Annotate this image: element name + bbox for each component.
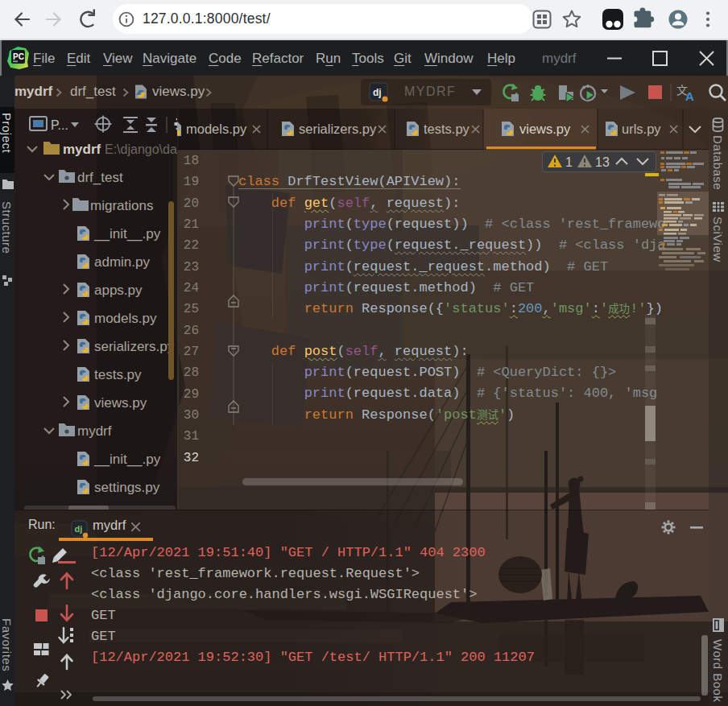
svg-text:urls.py: urls.py [622, 122, 661, 136]
svg-text:A: A [685, 89, 694, 103]
svg-text:tests.py: tests.py [94, 367, 142, 382]
svg-text:tests.py: tests.py [424, 122, 470, 136]
svg-text:serializers.py: serializers.py [299, 122, 377, 136]
svg-text:apps.py: apps.py [94, 283, 143, 298]
svg-text:__init__.py: __init__.py [93, 452, 161, 467]
svg-text:views.py: views.py [519, 122, 571, 136]
svg-text:serializers.py: serializers.py [94, 339, 175, 354]
svg-text:E:\django\da: E:\django\da [105, 142, 177, 156]
svg-text:admin.py: admin.py [94, 254, 150, 270]
svg-text:13: 13 [595, 155, 610, 169]
svg-text:PC: PC [13, 52, 24, 61]
svg-text:mydrf: mydrf [63, 142, 101, 157]
svg-text:models.py: models.py [186, 122, 247, 136]
svg-text:models.py: models.py [94, 311, 157, 326]
svg-text:P...: P... [51, 118, 68, 132]
svg-text:views.py: views.py [94, 395, 147, 411]
svg-text:drf_test: drf_test [77, 170, 123, 185]
svg-text:__init__.py: __init__.py [93, 226, 161, 242]
svg-text:mydrf: mydrf [77, 423, 112, 439]
svg-text:dj: dj [373, 87, 382, 98]
svg-text:1: 1 [565, 155, 573, 169]
svg-text:settings.py: settings.py [94, 480, 160, 495]
svg-text:migrations: migrations [90, 198, 153, 213]
svg-text:dj: dj [75, 524, 83, 534]
